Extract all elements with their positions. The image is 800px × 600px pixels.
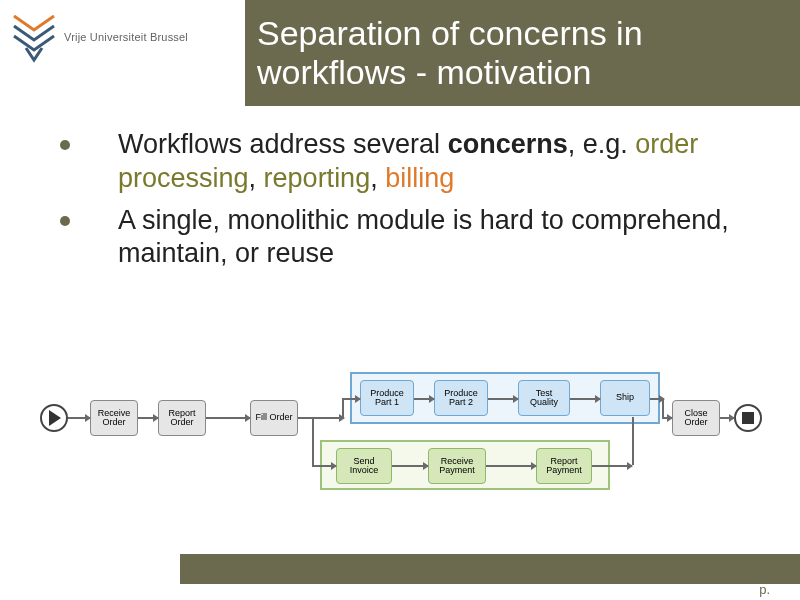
node-close-order: Close Order [672,400,720,436]
arrow [312,417,314,465]
node-receive-payment: Receive Payment [428,448,486,484]
bullet-list: Workflows address several concerns, e.g.… [60,128,760,279]
arrow [342,398,344,418]
arrow [632,417,634,465]
node-receive-order: Receive Order [90,400,138,436]
arrow [414,398,434,400]
arrow [206,417,250,419]
arrow [138,417,158,419]
bullet-item: A single, monolithic module is hard to c… [60,204,760,272]
arrow [488,398,518,400]
bullet-icon [60,216,70,226]
bullet-item: Workflows address several concerns, e.g.… [60,128,760,196]
stop-icon [742,412,754,424]
arrow [392,465,428,467]
arrow [662,398,664,418]
play-icon [49,410,61,426]
node-fill-order: Fill Order [250,400,298,436]
title-block: Separation of concerns in workflows - mo… [245,0,800,106]
bullet-text: A single, monolithic module is hard to c… [118,204,760,272]
university-logo-icon [12,10,56,64]
arrow [486,465,536,467]
footer-bar [180,554,800,584]
arrow [720,417,734,419]
arrow [298,417,344,419]
arrow [342,398,360,400]
university-name: Vrije Universiteit Brussel [64,31,188,43]
node-send-invoice: Send Invoice [336,448,392,484]
slide-title: Separation of concerns in workflows - mo… [257,14,643,92]
arrow [592,465,632,467]
node-test-quality: Test Quality [518,380,570,416]
node-produce-part1: Produce Part 1 [360,380,414,416]
page-number: p. [759,582,770,597]
node-report-order: Report Order [158,400,206,436]
arrow [662,417,672,419]
arrow [570,398,600,400]
arrow [312,465,336,467]
workflow-diagram: Receive Order Report Order Fill Order Pr… [40,370,760,520]
logo-area: Vrije Universiteit Brussel [12,10,188,64]
node-produce-part2: Produce Part 2 [434,380,488,416]
node-report-payment: Report Payment [536,448,592,484]
bullet-text: Workflows address several concerns, e.g.… [118,128,760,196]
arrow [68,417,90,419]
bullet-icon [60,140,70,150]
node-ship: Ship [600,380,650,416]
